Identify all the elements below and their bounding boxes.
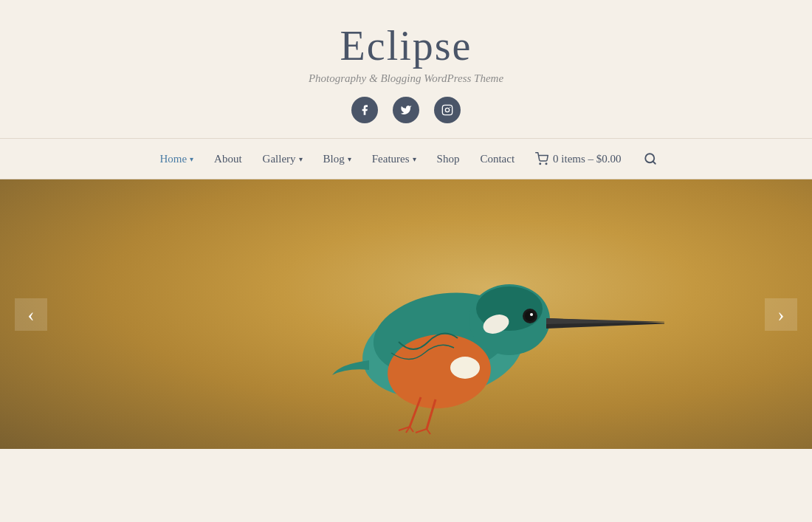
nav-item-gallery[interactable]: Gallery ▾	[254, 148, 312, 170]
gallery-chevron-icon: ▾	[299, 155, 303, 163]
home-chevron-icon: ▾	[190, 155, 193, 163]
hero-image	[295, 179, 664, 449]
nav-item-features[interactable]: Features ▾	[363, 148, 425, 170]
svg-line-6	[653, 161, 655, 163]
svg-point-15	[530, 313, 533, 316]
svg-line-24	[416, 429, 427, 433]
cart-button[interactable]: 0 items – $0.00	[526, 148, 630, 170]
nav-item-about[interactable]: About	[205, 148, 251, 170]
nav-items-group: Home ▾ About Gallery ▾ Blog ▾ Features ▾…	[15, 148, 797, 170]
slider-next-button[interactable]: ›	[765, 298, 797, 331]
facebook-icon[interactable]	[351, 97, 378, 123]
svg-point-1	[445, 108, 449, 111]
svg-line-22	[410, 427, 413, 432]
svg-rect-0	[442, 105, 452, 114]
nav-item-shop[interactable]: Shop	[428, 148, 469, 170]
site-title: Eclipse	[340, 22, 472, 69]
svg-point-2	[450, 107, 450, 108]
instagram-icon[interactable]	[434, 97, 461, 123]
twitter-icon[interactable]	[393, 97, 419, 123]
svg-point-4	[546, 163, 547, 165]
nav-item-contact[interactable]: Contact	[471, 148, 523, 170]
main-nav: Home ▾ About Gallery ▾ Blog ▾ Features ▾…	[0, 138, 812, 179]
svg-point-14	[525, 311, 535, 321]
site-tagline: Photography & Blogging WordPress Theme	[309, 72, 503, 85]
search-button[interactable]	[639, 148, 661, 170]
nav-item-blog[interactable]: Blog ▾	[314, 148, 360, 170]
slider-prev-button[interactable]: ‹	[15, 298, 47, 331]
search-icon	[644, 152, 657, 165]
cart-label: 0 items – $0.00	[553, 153, 622, 165]
svg-point-10	[450, 357, 480, 379]
svg-line-25	[427, 429, 430, 434]
hero-slider: ‹ ›	[0, 179, 812, 449]
features-chevron-icon: ▾	[413, 155, 416, 163]
social-icons-group	[351, 97, 461, 123]
nav-item-home[interactable]: Home ▾	[151, 148, 202, 170]
cart-icon	[535, 152, 548, 165]
site-header: Eclipse Photography & Blogging WordPress…	[0, 0, 812, 138]
svg-point-3	[540, 163, 541, 165]
blog-chevron-icon: ▾	[348, 155, 351, 163]
